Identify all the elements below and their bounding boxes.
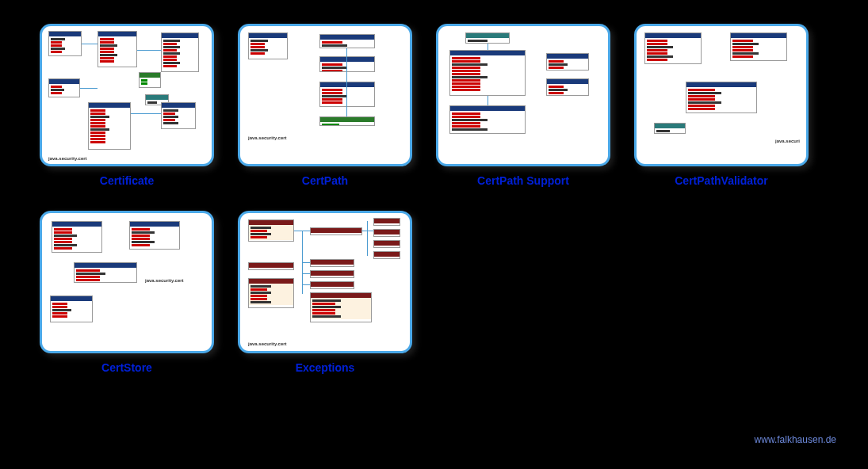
card-label: CertPath Support bbox=[477, 174, 569, 187]
card-label: CertStore bbox=[101, 361, 152, 374]
thumbnail: java.security.cert bbox=[238, 211, 412, 353]
thumbnail bbox=[436, 24, 610, 166]
thumbnail: java.security.cert bbox=[40, 24, 214, 166]
thumbnail: java.security.cert bbox=[238, 24, 412, 166]
thumbnail: java.security.cert bbox=[40, 211, 214, 353]
card-label: Certificate bbox=[100, 174, 154, 187]
package-label: java.security.cert bbox=[248, 341, 287, 346]
card-label: Exceptions bbox=[296, 361, 355, 374]
card-certificate[interactable]: java.security.cert Certificate bbox=[40, 24, 214, 187]
card-certpathvalidator[interactable]: java.securi CertPathValidator bbox=[634, 24, 809, 187]
card-label: CertPathValidator bbox=[675, 174, 767, 187]
card-certpath-support[interactable]: CertPath Support bbox=[436, 24, 610, 187]
card-certpath[interactable]: java.security.cert CertPath bbox=[238, 24, 412, 187]
card-label: CertPath bbox=[302, 174, 348, 187]
card-exceptions[interactable]: java.security.cert Exceptions bbox=[238, 211, 412, 374]
package-label: java.securi bbox=[775, 139, 800, 143]
card-certstore[interactable]: java.security.cert CertStore bbox=[40, 211, 214, 374]
thumbnail: java.securi bbox=[634, 24, 809, 166]
footer-link[interactable]: www.falkhausen.de bbox=[755, 434, 836, 445]
package-label: java.security.cert bbox=[248, 135, 287, 140]
package-label: java.security.cert bbox=[48, 156, 87, 161]
diagram-grid: java.security.cert Certificate java.secu… bbox=[0, 0, 868, 390]
package-label: java.security.cert bbox=[145, 278, 184, 283]
